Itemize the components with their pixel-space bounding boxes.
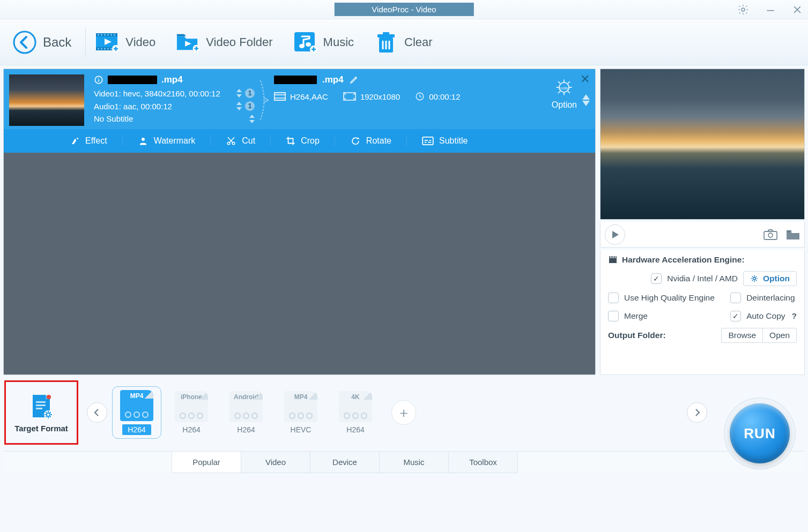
svg-marker-47 xyxy=(249,115,255,118)
open-folder-icon[interactable] xyxy=(786,229,800,240)
output-filename-ext: .mp4 xyxy=(322,74,344,85)
target-format-button[interactable]: Target Format xyxy=(4,380,78,445)
format-android-h264[interactable]: AndroidH264 xyxy=(225,391,267,434)
video-stream-badge[interactable]: 1 xyxy=(245,88,255,98)
svg-rect-15 xyxy=(101,48,102,49)
svg-rect-17 xyxy=(107,48,109,49)
tab-popular[interactable]: Popular xyxy=(172,452,241,473)
svg-rect-9 xyxy=(101,34,102,35)
audio-stream-badge[interactable]: 1 xyxy=(245,101,255,111)
hw-option-button[interactable]: Option xyxy=(743,271,797,286)
svg-marker-76 xyxy=(612,231,619,238)
run-button[interactable]: RUN xyxy=(730,403,790,463)
svg-point-29 xyxy=(299,44,305,48)
svg-marker-65 xyxy=(582,101,590,106)
rename-icon[interactable] xyxy=(349,75,359,85)
source-filename-ext: .mp4 xyxy=(161,74,183,85)
tab-music[interactable]: Music xyxy=(379,452,449,473)
high-quality-checkbox[interactable] xyxy=(608,293,619,303)
svg-rect-14 xyxy=(98,48,99,49)
music-icon xyxy=(293,31,317,54)
svg-rect-18 xyxy=(110,48,112,49)
svg-rect-13 xyxy=(114,34,115,35)
back-button[interactable]: Back xyxy=(6,27,82,57)
video-icon xyxy=(95,31,119,54)
svg-point-66 xyxy=(77,138,78,139)
snapshot-icon[interactable] xyxy=(763,229,777,240)
effect-button[interactable]: Effect xyxy=(55,136,123,146)
help-icon[interactable]: ? xyxy=(792,311,797,321)
move-up-icon[interactable] xyxy=(582,94,590,100)
browse-button[interactable]: Browse xyxy=(721,328,762,343)
svg-rect-51 xyxy=(275,98,285,100)
clear-button[interactable]: Clear xyxy=(368,27,443,57)
svg-rect-52 xyxy=(344,93,355,100)
rotate-button[interactable]: Rotate xyxy=(335,136,407,146)
svg-rect-10 xyxy=(104,34,106,35)
svg-point-86 xyxy=(47,395,51,399)
svg-rect-16 xyxy=(104,48,106,49)
add-music-button[interactable]: Music xyxy=(287,27,365,57)
settings-icon[interactable] xyxy=(737,4,749,16)
svg-point-0 xyxy=(742,8,745,11)
format-mp4-h264[interactable]: MP4H264 xyxy=(116,390,158,435)
separator xyxy=(85,27,86,57)
svg-rect-87 xyxy=(36,401,46,403)
trash-icon xyxy=(374,31,398,54)
move-down-icon[interactable] xyxy=(582,101,590,106)
close-icon[interactable] xyxy=(792,4,803,15)
tab-toolbox[interactable]: Toolbox xyxy=(448,452,518,473)
svg-point-85 xyxy=(753,278,756,280)
open-button[interactable]: Open xyxy=(762,328,797,343)
svg-text:codec: codec xyxy=(559,86,570,91)
merge-checkbox[interactable] xyxy=(608,311,619,321)
deinterlace-checkbox[interactable] xyxy=(730,293,741,303)
add-video-folder-button[interactable]: Video Folder xyxy=(169,27,283,57)
crop-button[interactable]: Crop xyxy=(271,136,335,146)
svg-line-62 xyxy=(568,81,570,84)
svg-point-4 xyxy=(14,32,35,53)
codec-option-button[interactable]: codec Option xyxy=(552,77,577,126)
add-format-button[interactable]: ＋ xyxy=(391,400,416,425)
item-actions: Effect Watermark Cut Crop Rotate Subtitl… xyxy=(4,129,595,153)
item-reorder[interactable] xyxy=(582,74,590,126)
format-mp4-hevc[interactable]: MP4HEVC xyxy=(280,391,322,434)
subtitle-info: No Subtitle xyxy=(94,114,133,123)
autocopy-checkbox[interactable] xyxy=(730,311,741,321)
formats-prev-button[interactable] xyxy=(87,402,107,423)
add-video-button[interactable]: Video xyxy=(89,27,166,57)
subtitle-button[interactable]: Subtitle xyxy=(407,136,483,146)
svg-line-61 xyxy=(568,91,570,93)
svg-rect-79 xyxy=(609,258,617,263)
format-4k-h264[interactable]: 4KH264 xyxy=(335,391,376,434)
tab-video[interactable]: Video xyxy=(241,452,310,473)
window-title: VideoProc - Video xyxy=(334,3,473,16)
svg-point-67 xyxy=(142,138,145,141)
minimize-icon[interactable] xyxy=(765,4,776,15)
target-format-icon xyxy=(28,393,54,419)
formats-next-button[interactable] xyxy=(687,402,707,423)
output-filename-redacted xyxy=(274,76,317,84)
source-thumbnail xyxy=(9,74,84,126)
queue-item[interactable]: ✕ .mp4 Video1: hevc, 3840x2160, 00:00:12… xyxy=(4,69,595,153)
svg-marker-43 xyxy=(236,89,242,92)
arrow-icon xyxy=(259,74,270,126)
deinterlace-label: Deinterlacing xyxy=(746,293,795,303)
svg-rect-12 xyxy=(110,34,112,35)
hw-accel-label: Nvidia / Intel / AMD xyxy=(667,274,738,283)
output-duration: 00:00:12 xyxy=(415,92,460,101)
source-info: .mp4 Video1: hevc, 3840x2160, 00:00:12 1… xyxy=(94,74,255,126)
hw-accel-checkbox[interactable] xyxy=(651,273,662,284)
tab-device[interactable]: Device xyxy=(310,452,380,473)
format-iphone-h264[interactable]: iPhoneH264 xyxy=(171,391,212,434)
svg-point-42 xyxy=(98,78,99,79)
info-icon xyxy=(94,75,103,85)
high-quality-label: Use High Quality Engine xyxy=(624,293,715,303)
preview-player[interactable] xyxy=(600,69,805,220)
watermark-button[interactable]: Watermark xyxy=(123,136,211,146)
target-format-label: Target Format xyxy=(14,424,68,433)
play-button[interactable] xyxy=(605,224,625,245)
cut-button[interactable]: Cut xyxy=(211,136,271,146)
format-list: MP4H264iPhoneH264AndroidH264MP4HEVC4KH26… xyxy=(116,390,376,435)
svg-marker-64 xyxy=(582,94,590,100)
